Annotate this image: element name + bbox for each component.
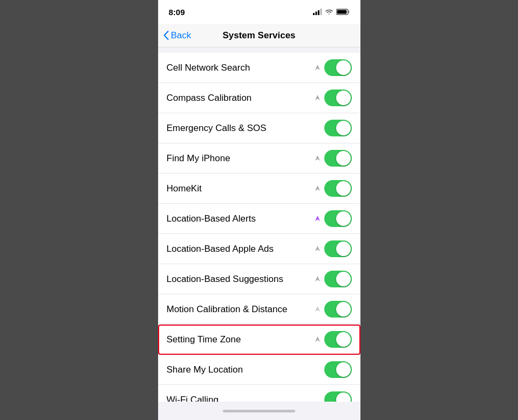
- back-chevron-icon: [163, 31, 169, 40]
- location-based-suggestions-location-arrow-icon: [314, 276, 321, 283]
- cell-network-search-label: Cell Network Search: [167, 63, 250, 73]
- wifi-calling-row[interactable]: Wi-Fi Calling: [158, 385, 360, 402]
- find-my-iphone-row[interactable]: Find My iPhone: [158, 143, 360, 174]
- location-based-apple-ads-right: [314, 240, 352, 257]
- home-bar: [223, 410, 295, 412]
- location-based-apple-ads-location-arrow-icon: [314, 245, 321, 252]
- emergency-calls-sos-right: [324, 120, 352, 136]
- cell-network-search-row[interactable]: Cell Network Search: [158, 53, 360, 83]
- svg-rect-3: [320, 9, 322, 15]
- nav-title: System Services: [222, 30, 295, 41]
- status-icons: [313, 9, 350, 15]
- setting-time-zone-knob: [336, 332, 351, 347]
- compass-calibration-right: [314, 89, 352, 106]
- homekit-knob: [336, 181, 351, 196]
- wifi-calling-right: [324, 391, 352, 402]
- main-section: Cell Network SearchCompass CalibrationEm…: [158, 53, 360, 402]
- cell-network-search-right: [314, 59, 352, 76]
- svg-rect-0: [313, 13, 315, 15]
- location-based-alerts-knob: [336, 211, 351, 226]
- signal-icon: [313, 9, 322, 15]
- status-bar: 8:09: [158, 0, 360, 24]
- compass-calibration-location-arrow-icon: [314, 94, 321, 101]
- cell-network-search-knob: [336, 60, 351, 75]
- share-my-location-toggle[interactable]: [324, 361, 352, 378]
- location-based-alerts-label: Location-Based Alerts: [167, 214, 256, 224]
- share-my-location-row[interactable]: Share My Location: [158, 355, 360, 385]
- homekit-row[interactable]: HomeKit: [158, 174, 360, 204]
- battery-icon: [336, 9, 350, 15]
- location-based-suggestions-right: [314, 271, 352, 287]
- location-based-apple-ads-knob: [336, 242, 351, 256]
- location-based-alerts-row[interactable]: Location-Based Alerts: [158, 204, 360, 234]
- homekit-location-arrow-icon: [314, 185, 321, 192]
- wifi-calling-label: Wi-Fi Calling: [167, 395, 219, 402]
- location-based-alerts-location-arrow-icon: [314, 215, 321, 222]
- location-based-suggestions-toggle[interactable]: [324, 271, 352, 287]
- find-my-iphone-location-arrow-icon: [314, 155, 321, 162]
- setting-time-zone-toggle[interactable]: [324, 331, 352, 348]
- emergency-calls-sos-row[interactable]: Emergency Calls & SOS: [158, 113, 360, 143]
- motion-calibration-toggle[interactable]: [324, 301, 352, 318]
- wifi-calling-toggle[interactable]: [324, 391, 352, 402]
- back-label: Back: [171, 30, 192, 41]
- rows-container: Cell Network SearchCompass CalibrationEm…: [158, 53, 360, 402]
- svg-rect-2: [318, 10, 319, 15]
- phone-screen: 8:09: [158, 0, 360, 420]
- wifi-calling-knob: [336, 393, 351, 402]
- cell-network-search-location-arrow-icon: [314, 64, 321, 71]
- svg-rect-5: [348, 11, 349, 13]
- compass-calibration-knob: [336, 91, 351, 105]
- location-based-alerts-toggle[interactable]: [324, 210, 352, 227]
- cell-network-search-toggle[interactable]: [324, 59, 352, 76]
- location-based-suggestions-label: Location-Based Suggestions: [167, 274, 283, 285]
- location-based-suggestions-row[interactable]: Location-Based Suggestions: [158, 264, 360, 294]
- compass-calibration-toggle[interactable]: [324, 89, 352, 106]
- homekit-right: [314, 180, 352, 197]
- share-my-location-knob: [336, 362, 351, 377]
- location-based-suggestions-knob: [336, 272, 351, 286]
- svg-rect-6: [337, 10, 346, 14]
- find-my-iphone-knob: [336, 151, 351, 166]
- settings-content: Cell Network SearchCompass CalibrationEm…: [158, 47, 360, 402]
- location-based-apple-ads-row[interactable]: Location-Based Apple Ads: [158, 234, 360, 264]
- back-button[interactable]: Back: [163, 30, 192, 41]
- compass-calibration-row[interactable]: Compass Calibration: [158, 83, 360, 113]
- motion-calibration-label: Motion Calibration & Distance: [167, 304, 288, 315]
- compass-calibration-label: Compass Calibration: [167, 93, 252, 104]
- find-my-iphone-label: Find My iPhone: [167, 153, 230, 164]
- location-based-apple-ads-label: Location-Based Apple Ads: [167, 244, 274, 254]
- status-time: 8:09: [169, 8, 185, 17]
- setting-time-zone-row[interactable]: Setting Time Zone: [158, 325, 360, 355]
- home-bar-area: [158, 402, 360, 420]
- homekit-toggle[interactable]: [324, 180, 352, 197]
- homekit-label: HomeKit: [167, 183, 202, 194]
- find-my-iphone-toggle[interactable]: [324, 150, 352, 167]
- emergency-calls-sos-knob: [336, 121, 351, 135]
- motion-calibration-row[interactable]: Motion Calibration & Distance: [158, 294, 360, 325]
- motion-calibration-right: [314, 301, 352, 318]
- location-based-apple-ads-toggle[interactable]: [324, 240, 352, 257]
- share-my-location-right: [324, 361, 352, 378]
- emergency-calls-sos-toggle[interactable]: [324, 120, 352, 136]
- wifi-icon: [325, 9, 333, 15]
- emergency-calls-sos-label: Emergency Calls & SOS: [167, 123, 267, 134]
- setting-time-zone-right: [314, 331, 352, 348]
- setting-time-zone-label: Setting Time Zone: [167, 334, 241, 345]
- motion-calibration-location-arrow-icon: [314, 306, 321, 313]
- location-based-alerts-right: [314, 210, 352, 227]
- find-my-iphone-right: [314, 150, 352, 167]
- svg-rect-1: [315, 12, 317, 16]
- share-my-location-label: Share My Location: [167, 364, 243, 375]
- setting-time-zone-location-arrow-icon: [314, 336, 321, 343]
- nav-bar: Back System Services: [158, 24, 360, 47]
- motion-calibration-knob: [336, 302, 351, 316]
